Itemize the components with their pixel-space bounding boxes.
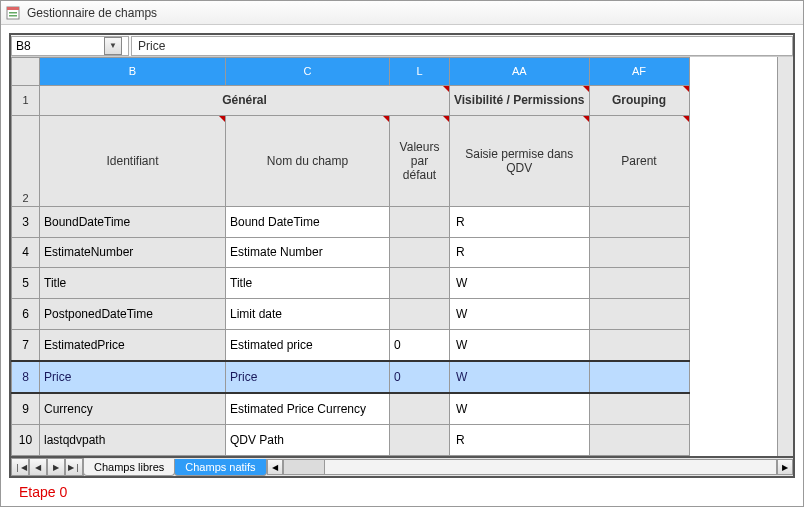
- scroll-right-icon[interactable]: ▶: [777, 459, 793, 475]
- row-number[interactable]: 8: [12, 361, 40, 393]
- vertical-scrollbar[interactable]: [777, 57, 793, 456]
- cell-valeur-defaut[interactable]: 0: [390, 361, 450, 393]
- cell-permission[interactable]: R: [450, 237, 590, 268]
- cell-identifiant[interactable]: Title: [40, 268, 226, 299]
- col-header-AF[interactable]: AF: [589, 58, 689, 86]
- row-number[interactable]: 2: [12, 116, 40, 207]
- cell-parent[interactable]: [589, 268, 689, 299]
- cell-permission[interactable]: R: [450, 425, 590, 456]
- header-parent[interactable]: Parent: [589, 116, 689, 207]
- cell-parent[interactable]: [589, 237, 689, 268]
- cell-reference-input[interactable]: [12, 37, 104, 55]
- window-body: ▼ Price B C L AA AF 1 Général: [1, 25, 803, 506]
- tab-nav-next-icon[interactable]: ▶: [47, 458, 65, 476]
- cell-permission[interactable]: W: [450, 268, 590, 299]
- cell-parent[interactable]: [589, 329, 689, 361]
- cell-parent[interactable]: [589, 299, 689, 330]
- sheet-tab-strip: ❘◀ ◀ ▶ ▶❘ Champs libres Champs natifs ◀ …: [11, 456, 793, 476]
- tab-nav-prev-icon[interactable]: ◀: [29, 458, 47, 476]
- cell-permission[interactable]: W: [450, 361, 590, 393]
- cell-identifiant[interactable]: lastqdvpath: [40, 425, 226, 456]
- cell-parent[interactable]: [589, 393, 689, 425]
- cell-valeur-defaut[interactable]: [390, 237, 450, 268]
- row-number[interactable]: 3: [12, 206, 40, 237]
- cell-identifiant[interactable]: Price: [40, 361, 226, 393]
- cell-permission[interactable]: W: [450, 393, 590, 425]
- cell-identifiant[interactable]: EstimateNumber: [40, 237, 226, 268]
- row-number[interactable]: 10: [12, 425, 40, 456]
- group-visibility[interactable]: Visibilité / Permissions: [450, 85, 590, 116]
- col-header-L[interactable]: L: [390, 58, 450, 86]
- table-row[interactable]: 9CurrencyEstimated Price CurrencyW: [12, 393, 690, 425]
- header-nom-champ[interactable]: Nom du champ: [226, 116, 390, 207]
- window-title: Gestionnaire de champs: [27, 6, 157, 20]
- cell-permission[interactable]: R: [450, 206, 590, 237]
- scroll-left-icon[interactable]: ◀: [267, 459, 283, 475]
- tab-champs-natifs[interactable]: Champs natifs: [174, 459, 266, 476]
- tab-nav-last-icon[interactable]: ▶❘: [65, 458, 83, 476]
- cell-valeur-defaut[interactable]: [390, 268, 450, 299]
- cell-reference-box[interactable]: ▼: [11, 36, 129, 56]
- cell-nom-champ[interactable]: Title: [226, 268, 390, 299]
- corner-cell[interactable]: [12, 58, 40, 86]
- column-letters-row: B C L AA AF: [12, 58, 690, 86]
- horizontal-scrollbar[interactable]: ◀ ▶: [267, 459, 793, 475]
- titlebar[interactable]: Gestionnaire de champs: [1, 1, 803, 25]
- cell-permission[interactable]: W: [450, 329, 590, 361]
- tab-champs-libres[interactable]: Champs libres: [83, 459, 175, 476]
- cell-valeur-defaut[interactable]: [390, 206, 450, 237]
- spreadsheet[interactable]: B C L AA AF 1 Général Visibilité / Permi…: [11, 57, 690, 456]
- cell-nom-champ[interactable]: Estimated Price Currency: [226, 393, 390, 425]
- tab-nav-first-icon[interactable]: ❘◀: [11, 458, 29, 476]
- table-row[interactable]: 6PostponedDateTimeLimit dateW: [12, 299, 690, 330]
- table-row[interactable]: 3BoundDateTimeBound DateTimeR: [12, 206, 690, 237]
- cell-nom-champ[interactable]: Estimated price: [226, 329, 390, 361]
- sub-header-row: 2 Identifiant Nom du champ Valeurs par d…: [12, 116, 690, 207]
- cell-identifiant[interactable]: EstimatedPrice: [40, 329, 226, 361]
- group-header-row: 1 Général Visibilité / Permissions Group…: [12, 85, 690, 116]
- cell-nom-champ[interactable]: Price: [226, 361, 390, 393]
- cell-nom-champ[interactable]: Limit date: [226, 299, 390, 330]
- cell-valeur-defaut[interactable]: 0: [390, 329, 450, 361]
- cell-identifiant[interactable]: BoundDateTime: [40, 206, 226, 237]
- cell-identifiant[interactable]: Currency: [40, 393, 226, 425]
- row-number[interactable]: 4: [12, 237, 40, 268]
- table-row[interactable]: 10lastqdvpathQDV PathR: [12, 425, 690, 456]
- col-header-C[interactable]: C: [226, 58, 390, 86]
- svg-rect-1: [7, 7, 19, 10]
- table-row[interactable]: 4EstimateNumberEstimate NumberR: [12, 237, 690, 268]
- table-row[interactable]: 7EstimatedPriceEstimated price0W: [12, 329, 690, 361]
- field-manager-window: Gestionnaire de champs ▼ Price B C L: [0, 0, 804, 507]
- cell-valeur-defaut[interactable]: [390, 393, 450, 425]
- row-number[interactable]: 5: [12, 268, 40, 299]
- table-row[interactable]: 8PricePrice0W: [12, 361, 690, 393]
- header-identifiant[interactable]: Identifiant: [40, 116, 226, 207]
- table-row[interactable]: 5TitleTitleW: [12, 268, 690, 299]
- sheet-area: B C L AA AF 1 Général Visibilité / Permi…: [11, 57, 793, 456]
- group-grouping[interactable]: Grouping: [589, 85, 689, 116]
- cell-parent[interactable]: [589, 206, 689, 237]
- col-header-AA[interactable]: AA: [450, 58, 590, 86]
- cell-valeur-defaut[interactable]: [390, 299, 450, 330]
- cell-valeur-defaut[interactable]: [390, 425, 450, 456]
- header-valeurs-defaut[interactable]: Valeurs par défaut: [390, 116, 450, 207]
- formula-bar: ▼ Price: [11, 35, 793, 57]
- cell-parent[interactable]: [589, 425, 689, 456]
- cell-parent[interactable]: [589, 361, 689, 393]
- cell-nom-champ[interactable]: QDV Path: [226, 425, 390, 456]
- cell-permission[interactable]: W: [450, 299, 590, 330]
- row-number[interactable]: 7: [12, 329, 40, 361]
- cell-nom-champ[interactable]: Estimate Number: [226, 237, 390, 268]
- row-number[interactable]: 6: [12, 299, 40, 330]
- row-number[interactable]: 1: [12, 85, 40, 116]
- cell-identifiant[interactable]: PostponedDateTime: [40, 299, 226, 330]
- col-header-B[interactable]: B: [40, 58, 226, 86]
- group-general[interactable]: Général: [40, 85, 450, 116]
- tab-nav-buttons: ❘◀ ◀ ▶ ▶❘: [11, 458, 84, 476]
- formula-value[interactable]: Price: [131, 36, 793, 56]
- scroll-thumb[interactable]: [283, 459, 777, 475]
- row-number[interactable]: 9: [12, 393, 40, 425]
- header-saisie-qdv[interactable]: Saisie permise dans QDV: [450, 116, 590, 207]
- chevron-down-icon[interactable]: ▼: [104, 37, 122, 55]
- cell-nom-champ[interactable]: Bound DateTime: [226, 206, 390, 237]
